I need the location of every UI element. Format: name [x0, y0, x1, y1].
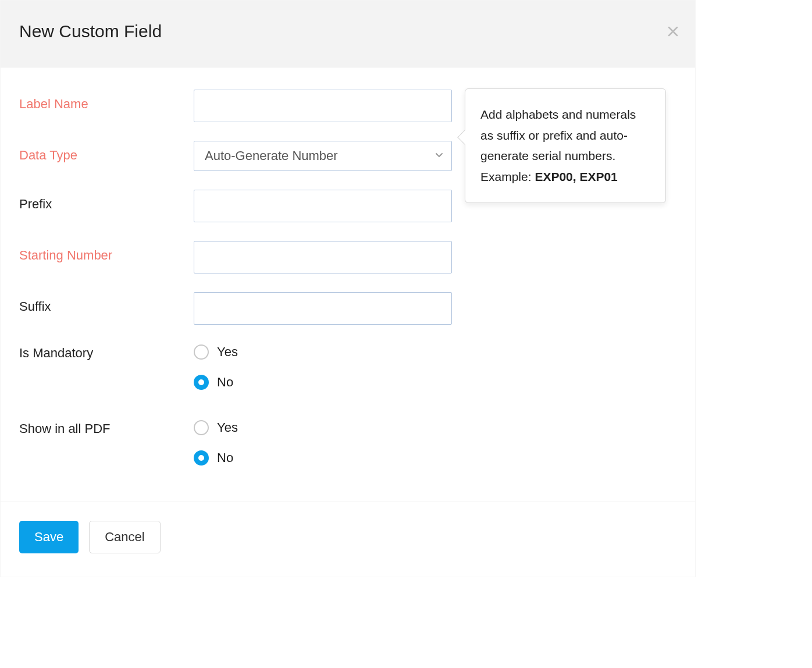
radio-icon: [194, 375, 209, 390]
label-starting-number: Starting Number: [19, 241, 194, 263]
prefix-input[interactable]: [194, 190, 452, 222]
popover-example: EXP00, EXP01: [535, 170, 617, 183]
is-mandatory-radio-group: Yes No: [194, 343, 452, 390]
suffix-input[interactable]: [194, 292, 452, 325]
radio-label: No: [217, 375, 233, 390]
modal-title: New Custom Field: [19, 22, 676, 41]
row-suffix: Suffix: [19, 292, 676, 325]
is-mandatory-yes[interactable]: Yes: [194, 344, 452, 360]
row-is-mandatory: Is Mandatory Yes No: [19, 343, 676, 390]
show-in-pdf-radio-group: Yes No: [194, 419, 452, 466]
label-show-in-pdf: Show in all PDF: [19, 419, 194, 436]
label-data-type: Data Type: [19, 141, 194, 163]
radio-label: Yes: [217, 420, 238, 435]
show-in-pdf-yes[interactable]: Yes: [194, 420, 452, 435]
modal-header: New Custom Field: [1, 1, 695, 67]
label-is-mandatory: Is Mandatory: [19, 343, 194, 361]
data-type-help-popover: Add alphabets and numerals as suffix or …: [465, 88, 666, 203]
radio-icon: [194, 420, 209, 435]
modal-body: Label Name Data Type Auto-Generate Numbe…: [1, 67, 695, 502]
data-type-selected-value: Auto-Generate Number: [205, 148, 338, 164]
is-mandatory-no[interactable]: No: [194, 375, 452, 390]
radio-icon: [194, 344, 209, 360]
close-icon[interactable]: [667, 23, 679, 41]
row-show-in-pdf: Show in all PDF Yes No: [19, 419, 676, 466]
radio-icon: [194, 450, 209, 466]
radio-label: Yes: [217, 344, 238, 360]
new-custom-field-modal: New Custom Field Label Name Data Type Au…: [0, 0, 696, 577]
modal-footer: Save Cancel: [1, 502, 695, 577]
data-type-select[interactable]: Auto-Generate Number: [194, 141, 452, 171]
cancel-button[interactable]: Cancel: [89, 521, 160, 553]
starting-number-input[interactable]: [194, 241, 452, 273]
show-in-pdf-no[interactable]: No: [194, 450, 452, 466]
label-label-name: Label Name: [19, 90, 194, 112]
label-name-input[interactable]: [194, 90, 452, 122]
save-button[interactable]: Save: [19, 521, 79, 553]
radio-label: No: [217, 450, 233, 466]
row-starting-number: Starting Number: [19, 241, 676, 273]
label-suffix: Suffix: [19, 292, 194, 314]
label-prefix: Prefix: [19, 190, 194, 212]
